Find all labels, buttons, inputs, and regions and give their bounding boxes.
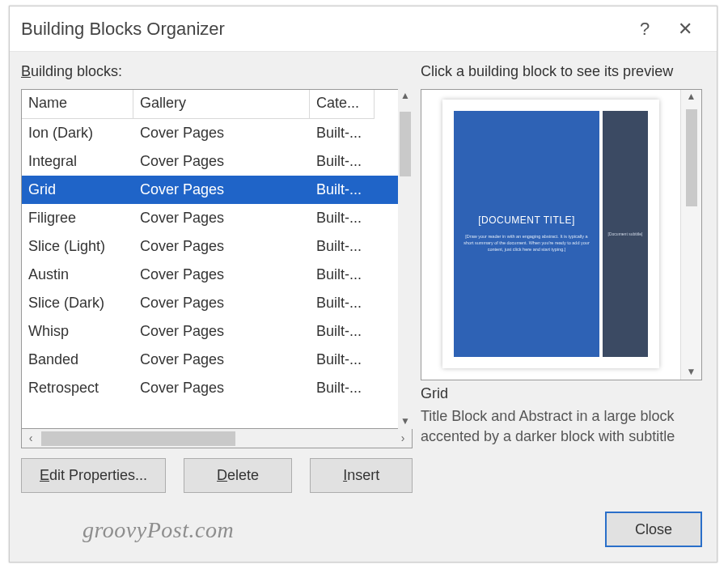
table-row[interactable]: Ion (Dark)Cover PagesBuilt-... (22, 119, 412, 147)
col-header-name[interactable]: Name (22, 90, 133, 119)
preview-side-block: [Document subtitle] (603, 111, 648, 357)
scroll-thumb[interactable] (400, 112, 411, 176)
cell-category: Built-... (310, 150, 375, 173)
preview-body: [DOCUMENT TITLE] [Draw your reader in wi… (421, 90, 680, 380)
delete-button[interactable]: Delete (184, 458, 292, 493)
table-row[interactable]: WhispCover PagesBuilt-... (22, 317, 412, 346)
cell-name: Austin (22, 263, 133, 287)
edit-properties-button[interactable]: Edit Properties... (21, 458, 166, 493)
table-row[interactable]: Slice (Dark)Cover PagesBuilt-... (22, 289, 412, 317)
cell-category: Built-... (310, 178, 375, 202)
preview-scroll-thumb[interactable] (686, 109, 697, 206)
cell-name: Grid (22, 178, 133, 202)
preview-vertical-scrollbar[interactable]: ▲ ▼ (680, 90, 701, 380)
list-header: Name Gallery Cate... (22, 90, 412, 119)
table-row[interactable]: IntegralCover PagesBuilt-... (22, 147, 412, 176)
cell-gallery: Cover Pages (133, 150, 310, 173)
cell-gallery: Cover Pages (133, 320, 310, 343)
action-button-row: Edit Properties... Delete Insert (21, 458, 413, 493)
cell-category: Built-... (310, 263, 375, 287)
preview-abstract: [Draw your reader in with an engaging ab… (462, 234, 591, 253)
table-row[interactable]: AustinCover PagesBuilt-... (22, 261, 412, 289)
preview-pane: [DOCUMENT TITLE] [Draw your reader in wi… (421, 89, 702, 380)
preview-description: Title Block and Abstract in a large bloc… (421, 406, 705, 447)
building-blocks-label: Building blocks: (21, 63, 122, 80)
close-x-button[interactable]: ✕ (665, 13, 705, 45)
cell-category: Built-... (310, 235, 375, 258)
building-blocks-list[interactable]: Name Gallery Cate... Ion (Dark)Cover Pag… (21, 89, 413, 429)
table-row[interactable]: Slice (Light)Cover PagesBuilt-... (22, 232, 412, 261)
cell-gallery: Cover Pages (133, 348, 310, 372)
list-vertical-scrollbar[interactable]: ▲ ▼ (398, 89, 413, 429)
table-row[interactable]: RetrospectCover PagesBuilt-... (22, 374, 412, 402)
titlebar: Building Blocks Organizer ? ✕ (10, 6, 717, 52)
preview-scroll-down-icon[interactable]: ▼ (687, 365, 696, 380)
col-header-category[interactable]: Cate... (310, 90, 375, 119)
cell-gallery: Cover Pages (133, 178, 310, 202)
scroll-right-icon[interactable]: › (394, 429, 412, 448)
table-row[interactable]: BandedCover PagesBuilt-... (22, 346, 412, 374)
dialog-title: Building Blocks Organizer (21, 19, 624, 40)
preview-main-block: [DOCUMENT TITLE] [Draw your reader in wi… (454, 111, 599, 357)
cell-name: Ion (Dark) (22, 121, 133, 145)
col-header-gallery[interactable]: Gallery (133, 90, 310, 119)
watermark: groovyPost.com (83, 517, 234, 543)
cell-name: Slice (Dark) (22, 291, 133, 315)
building-blocks-organizer-dialog: Building Blocks Organizer ? ✕ Building b… (9, 6, 717, 563)
preview-label: Click a building block to see its previe… (421, 63, 673, 80)
cell-name: Retrospect (22, 376, 133, 400)
help-button[interactable]: ? (624, 13, 665, 45)
cell-gallery: Cover Pages (133, 376, 310, 400)
cell-name: Slice (Light) (22, 235, 133, 258)
cell-gallery: Cover Pages (133, 121, 310, 145)
cell-gallery: Cover Pages (133, 235, 310, 258)
cell-gallery: Cover Pages (133, 206, 310, 230)
preview-scroll-up-icon[interactable]: ▲ (687, 90, 696, 104)
scroll-down-icon[interactable]: ▼ (398, 414, 413, 429)
insert-button[interactable]: Insert (310, 458, 413, 493)
list-horizontal-scrollbar[interactable]: ‹ › (21, 429, 413, 448)
preview-name: Grid (421, 385, 448, 402)
cell-gallery: Cover Pages (133, 263, 310, 287)
cell-name: Banded (22, 348, 133, 372)
cell-name: Whisp (22, 320, 133, 343)
cell-category: Built-... (310, 376, 375, 400)
preview-page: [DOCUMENT TITLE] [Draw your reader in wi… (442, 100, 659, 368)
scroll-up-icon[interactable]: ▲ (398, 89, 413, 104)
cell-category: Built-... (310, 320, 375, 343)
cell-category: Built-... (310, 348, 375, 372)
dialog-body: Building blocks: Click a building block … (10, 52, 717, 562)
hscroll-thumb[interactable] (41, 431, 235, 446)
cell-name: Filigree (22, 206, 133, 230)
cell-gallery: Cover Pages (133, 291, 310, 315)
cell-category: Built-... (310, 206, 375, 230)
cell-category: Built-... (310, 291, 375, 315)
list-body: Ion (Dark)Cover PagesBuilt-...IntegralCo… (22, 119, 412, 428)
scroll-left-icon[interactable]: ‹ (22, 429, 40, 448)
table-row[interactable]: GridCover PagesBuilt-... (22, 176, 412, 204)
preview-doc-title: [DOCUMENT TITLE] (478, 214, 575, 226)
table-row[interactable]: FiligreeCover PagesBuilt-... (22, 204, 412, 232)
cell-name: Integral (22, 150, 133, 173)
close-button[interactable]: Close (605, 512, 702, 547)
cell-category: Built-... (310, 121, 375, 145)
